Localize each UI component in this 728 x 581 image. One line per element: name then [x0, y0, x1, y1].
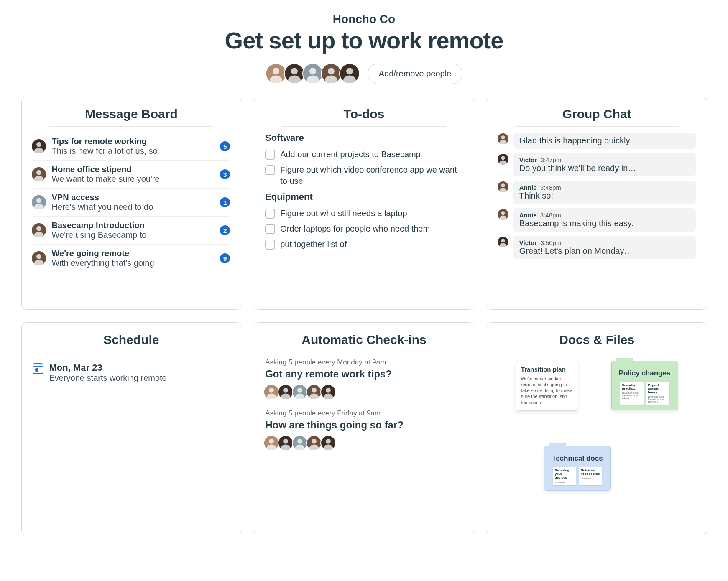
avatar[interactable]	[302, 63, 323, 84]
folder-tab-icon	[616, 358, 633, 362]
message-text: Tips for remote working This is new for …	[52, 137, 215, 156]
todo-item[interactable]: Figure out which video conference app we…	[265, 162, 463, 189]
todos-body: Software Add our current projects to Bas…	[265, 133, 463, 252]
avatar	[320, 435, 336, 451]
mini-doc-title: Notes on VPN access	[581, 469, 600, 477]
checkin-avatars	[265, 384, 463, 400]
message-preview: This is new for a lot of us, so	[52, 146, 215, 156]
svg-point-40	[501, 211, 505, 215]
chat-message[interactable]: Victor 3:50pm Great! Let's plan on Monda…	[498, 236, 696, 259]
avatar	[306, 384, 322, 400]
card-title: Group Chat	[498, 107, 696, 121]
svg-point-52	[297, 388, 302, 393]
docs-files-card[interactable]: Docs & Files Transition plan We've never…	[487, 322, 707, 535]
avatar	[497, 236, 509, 248]
chat-bubble: Victor 3:47pm Do you think we'll be read…	[513, 153, 696, 176]
mini-doc: Notes on VPN access Leverage	[579, 467, 602, 485]
checkin-schedule: Asking 5 people every Monday at 9am.	[265, 358, 463, 367]
divider	[49, 126, 214, 127]
chat-message[interactable]: Victor 3:47pm Do you think we'll be read…	[498, 153, 696, 176]
avatar[interactable]	[284, 63, 305, 84]
doc-transition-plan[interactable]: Transition plan We've never worked remot…	[516, 361, 578, 411]
schedule-event[interactable]: Mon, Mar 23 Everyone starts working remo…	[33, 358, 230, 387]
todo-group-title[interactable]: Software	[265, 133, 463, 143]
avatar[interactable]	[321, 63, 342, 84]
todos-card[interactable]: To-dos Software Add our current projects…	[254, 97, 474, 310]
message-row[interactable]: VPN access Here's what you need to do 1	[33, 189, 230, 217]
mini-docs: Security practic… Leverage agile framewo…	[617, 382, 673, 405]
chat-body: Glad this is happening quickly. Victor 3…	[498, 133, 696, 259]
add-remove-people-button[interactable]: Add/remove people	[368, 64, 462, 84]
svg-point-34	[501, 156, 505, 160]
unread-badge: 1	[220, 197, 230, 207]
checkbox-icon[interactable]	[265, 209, 275, 219]
checkin-question: Got any remote work tips?	[265, 368, 463, 380]
divider	[515, 352, 679, 352]
svg-point-58	[326, 388, 331, 393]
avatar	[31, 250, 47, 266]
cards-grid: Message Board Tips for remote working Th…	[21, 97, 707, 535]
schedule-date: Mon, Mar 23	[49, 362, 167, 373]
todo-label: Figure out which video conference app we…	[280, 164, 463, 187]
svg-point-43	[501, 239, 505, 242]
docs-stage: Transition plan We've never worked remot…	[498, 358, 696, 509]
svg-point-67	[297, 439, 302, 444]
todo-item[interactable]: Add our current projects to Basecamp	[265, 147, 463, 162]
unread-badge: 5	[220, 141, 230, 151]
message-row[interactable]: Basecamp Introduction We're using Baseca…	[33, 217, 230, 245]
avatar[interactable]	[266, 63, 286, 84]
schedule-card[interactable]: Schedule Mon, Mar 23 Everyone starts wor…	[21, 322, 242, 535]
todo-item[interactable]: Order laptops for people who need them	[265, 221, 463, 237]
checkbox-icon[interactable]	[265, 224, 275, 234]
avatar	[306, 435, 322, 451]
todo-label: Add our current projects to Basecamp	[280, 149, 421, 160]
chat-meta: Annie 3:48pm	[519, 212, 690, 219]
mini-docs: Securing your devices Leverage Notes on …	[549, 467, 605, 485]
divider	[49, 352, 214, 352]
checkin-item[interactable]: Asking 5 people every Monday at 9am. Got…	[265, 358, 463, 400]
avatar[interactable]	[339, 63, 360, 84]
group-chat-card[interactable]: Group Chat Glad this is happening quickl…	[487, 97, 707, 310]
mini-doc-title: Security practic…	[622, 384, 641, 391]
checkbox-icon[interactable]	[265, 165, 275, 175]
message-board-list: Tips for remote working This is new for …	[33, 133, 230, 272]
chat-message[interactable]: Glad this is happening quickly.	[498, 133, 696, 149]
svg-point-28	[36, 254, 41, 259]
message-preview: We're using Basecamp to	[52, 230, 215, 240]
svg-point-61	[269, 439, 274, 444]
folder-technical-docs[interactable]: Technical docs Securing your devices Lev…	[544, 446, 611, 491]
svg-point-64	[283, 439, 288, 444]
message-title: We're going remote	[52, 249, 215, 258]
message-board-card[interactable]: Message Board Tips for remote working Th…	[21, 97, 242, 310]
avatar	[497, 181, 509, 193]
mini-doc: Securing your devices Leverage	[553, 467, 576, 485]
svg-point-10	[328, 68, 335, 74]
todo-group-title[interactable]: Equipment	[265, 191, 463, 202]
svg-point-25	[36, 226, 41, 231]
svg-point-70	[312, 439, 317, 444]
card-title: Docs & Files	[498, 333, 696, 347]
checkbox-icon[interactable]	[265, 150, 275, 160]
checkbox-icon[interactable]	[265, 240, 275, 250]
mini-doc-body: Leverage agile frameworks to provide a	[648, 395, 667, 403]
checkins-card[interactable]: Automatic Check-ins Asking 5 people ever…	[254, 322, 474, 535]
header-avatars[interactable]	[266, 63, 360, 84]
checkin-item[interactable]: Asking 5 people every Friday at 9am. How…	[265, 409, 463, 451]
chat-message[interactable]: Annie 3:48pm Basecamp is making this eas…	[498, 208, 696, 232]
todo-item[interactable]: put together list of	[265, 237, 463, 252]
folder-policy-changes[interactable]: Policy changes Security practic… Leverag…	[611, 361, 678, 410]
schedule-body: Mon, Mar 23 Everyone starts working remo…	[33, 358, 230, 387]
message-row[interactable]: We're going remote With everything that'…	[33, 245, 230, 272]
message-row[interactable]: Home office stipend We want to make sure…	[33, 161, 230, 189]
message-preview: Here's what you need to do	[52, 202, 215, 212]
chat-text: Do you think we'll be ready in…	[519, 163, 690, 173]
todo-item[interactable]: Figure out who still needs a laptop	[265, 206, 463, 221]
avatar	[320, 384, 336, 400]
doc-title: Transition plan	[521, 366, 573, 373]
avatar	[497, 208, 509, 221]
chat-bubble: Annie 3:48pm Basecamp is making this eas…	[513, 208, 696, 232]
chat-text: Think so!	[519, 191, 690, 201]
chat-message[interactable]: Annie 3:48pm Think so!	[498, 181, 696, 204]
svg-point-46	[269, 388, 274, 393]
message-row[interactable]: Tips for remote working This is new for …	[33, 133, 230, 161]
